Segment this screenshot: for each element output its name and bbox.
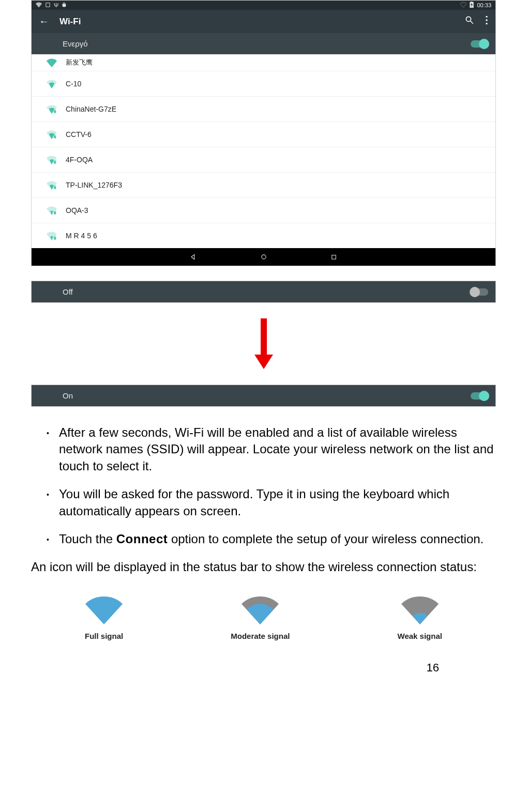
moderate-signal-icon	[242, 596, 279, 624]
wifi-network-list: 新发飞鹰 C-10 ChinaNet-G7zE CCTV-6	[32, 54, 495, 248]
weak-signal-col: Weak signal	[398, 596, 442, 640]
back-button[interactable]: ←	[39, 16, 49, 27]
full-signal-icon	[85, 596, 123, 624]
full-signal-col: Full signal	[85, 596, 123, 640]
on-label: On	[63, 391, 471, 400]
page-number: 16	[31, 661, 496, 675]
weak-signal-icon	[401, 596, 439, 624]
wifi-settings-screenshot: Ψ 00:33 ← Wi-Fi	[31, 0, 496, 266]
overflow-menu-icon[interactable]	[485, 15, 488, 28]
document-page: Ψ 00:33 ← Wi-Fi	[0, 0, 527, 695]
instruction-text: After a few seconds, Wi-Fi will be enabl…	[59, 425, 493, 473]
app-bar: ← Wi-Fi	[32, 10, 495, 33]
wifi-network-row[interactable]: M R 4 5 6	[32, 223, 495, 248]
svg-rect-15	[54, 211, 56, 213]
instruction-text: Touch the	[59, 532, 116, 546]
status-right-icons: 00:33	[460, 2, 491, 9]
wifi-network-row[interactable]: TP-LINK_1276F3	[32, 173, 495, 198]
instruction-item: You will be asked for the password. Type…	[47, 486, 496, 519]
screenshot-indicator-icon	[45, 2, 51, 9]
wifi-outline-icon	[460, 2, 466, 9]
wifi-signal-lock-icon	[38, 129, 66, 140]
wifi-network-row[interactable]: ChinaNet-G7zE	[32, 97, 495, 122]
battery-icon	[470, 2, 474, 9]
wifi-ssid-label: TP-LINK_1276F3	[66, 181, 488, 189]
wifi-signal-lock-icon	[38, 231, 66, 241]
lock-icon	[62, 2, 67, 9]
wifi-network-row[interactable]: 新发飞鹰	[32, 54, 495, 71]
instruction-text: option to complete the setup of your wir…	[168, 532, 484, 546]
wifi-signal-lock-icon	[38, 104, 66, 114]
wifi-master-toggle-row[interactable]: Ενεργό	[32, 33, 495, 54]
status-left-icons: Ψ	[36, 2, 67, 9]
nav-recent-button[interactable]	[330, 253, 338, 261]
wifi-status-icon	[36, 2, 42, 9]
svg-rect-11	[54, 161, 56, 162]
moderate-signal-col: Moderate signal	[231, 596, 290, 640]
wifi-signal-icon	[38, 79, 66, 89]
signal-caption: Full signal	[85, 632, 123, 640]
svg-point-5	[486, 23, 487, 24]
svg-point-18	[261, 255, 265, 259]
android-nav-bar	[32, 248, 495, 266]
usb-icon: Ψ	[54, 2, 58, 8]
instruction-list: After a few seconds, Wi-Fi will be enabl…	[31, 424, 496, 547]
wifi-ssid-label: C-10	[66, 80, 488, 88]
wifi-signal-icon	[38, 57, 66, 68]
wifi-signal-lock-icon	[38, 155, 66, 165]
wifi-network-row[interactable]: CCTV-6	[32, 122, 495, 147]
wifi-ssid-label: M R 4 5 6	[66, 232, 488, 240]
off-label: Off	[63, 287, 471, 296]
wifi-ssid-label: CCTV-6	[66, 130, 488, 139]
search-icon[interactable]	[464, 15, 475, 28]
signal-caption: Moderate signal	[231, 632, 290, 640]
wifi-on-bar: On	[31, 385, 496, 407]
status-paragraph: An icon will be displayed in the status …	[31, 559, 496, 575]
svg-rect-7	[54, 110, 56, 112]
instruction-item: Touch the Connect option to complete the…	[47, 531, 496, 547]
wifi-signal-lock-icon	[38, 180, 66, 190]
wifi-network-row[interactable]: C-10	[32, 71, 495, 97]
signal-caption: Weak signal	[398, 632, 442, 640]
toggle-switch-on[interactable]	[471, 392, 488, 400]
page-title: Wi-Fi	[59, 17, 464, 27]
svg-rect-9	[54, 135, 56, 137]
toggle-switch-off[interactable]	[471, 288, 488, 296]
signal-strength-row: Full signal Moderate signal Weak signal	[31, 596, 496, 640]
wifi-ssid-label: OQA-3	[66, 206, 488, 215]
nav-back-button[interactable]	[189, 253, 198, 261]
nav-home-button[interactable]	[260, 253, 268, 261]
wifi-ssid-label: 4F-OQA	[66, 156, 488, 164]
svg-rect-17	[54, 237, 56, 238]
svg-rect-2	[471, 2, 473, 3]
instruction-text: You will be asked for the password. Type…	[59, 487, 449, 517]
svg-rect-0	[46, 3, 50, 6]
svg-point-3	[486, 16, 487, 18]
svg-rect-13	[54, 186, 56, 188]
wifi-signal-lock-icon	[38, 205, 66, 216]
down-arrow-graphic	[31, 303, 496, 385]
status-time: 00:33	[477, 2, 491, 8]
wifi-ssid-label: 新发飞鹰	[66, 58, 488, 67]
svg-point-4	[486, 19, 487, 21]
svg-rect-19	[332, 255, 336, 259]
android-status-bar: Ψ 00:33	[32, 1, 495, 10]
wifi-network-row[interactable]: OQA-3	[32, 198, 495, 223]
wifi-off-bar: Off	[31, 281, 496, 303]
connect-keyword: Connect	[116, 532, 168, 546]
instruction-item: After a few seconds, Wi-Fi will be enabl…	[47, 424, 496, 474]
wifi-toggle-label: Ενεργό	[63, 39, 471, 48]
wifi-network-row[interactable]: 4F-OQA	[32, 147, 495, 173]
wifi-ssid-label: ChinaNet-G7zE	[66, 105, 488, 113]
toggle-switch-on[interactable]	[471, 40, 488, 48]
